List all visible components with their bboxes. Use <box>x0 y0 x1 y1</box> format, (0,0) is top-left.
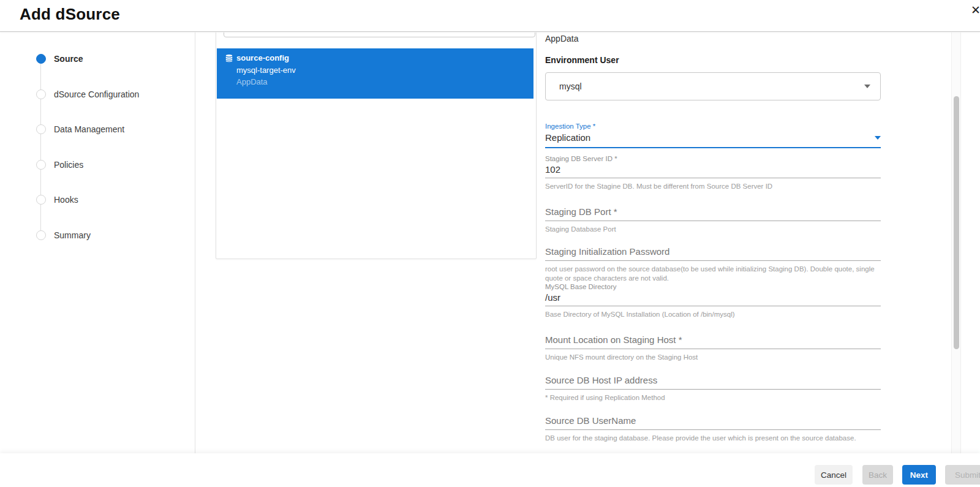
mount-location-input[interactable]: Mount Location on Staging Host * <box>545 334 881 349</box>
source-db-username-helper: DB user for the staging database. Please… <box>545 434 881 443</box>
staging-initialization-password-input[interactable]: Staging Initialization Password <box>545 246 881 261</box>
submit-button[interactable]: Submit <box>945 465 980 485</box>
ingestion-type-select[interactable]: Replication <box>545 132 881 148</box>
back-button[interactable]: Back <box>862 465 893 485</box>
step-dot-icon <box>36 124 46 134</box>
step-dot-active-icon <box>36 54 46 64</box>
source-db-username-field: Source DB UserName DB user for the stagi… <box>545 415 881 443</box>
mount-location-helper: Unique NFS mount directory on the Stagin… <box>545 353 881 362</box>
source-type-value: AppData <box>545 34 881 43</box>
environment-user-value: mysql <box>559 81 864 91</box>
staging-db-port-field: Staging DB Port * Staging Database Port <box>545 206 881 234</box>
chevron-down-icon <box>864 85 870 88</box>
mysql-base-directory-input[interactable]: /usr <box>545 292 881 306</box>
close-icon[interactable]: ✕ <box>971 3 980 17</box>
environment-user-select[interactable]: mysql <box>545 72 881 100</box>
step-label: Policies <box>54 160 83 170</box>
step-dot-icon <box>36 160 46 170</box>
source-config-name: source-config <box>236 53 289 62</box>
staging-db-port-helper: Staging Database Port <box>545 225 881 234</box>
source-config-list-item-selected[interactable]: source-config mysql-target-env AppData <box>217 48 533 99</box>
mysql-base-directory-helper: Base Directory of MySQL Installation (Lo… <box>545 310 881 319</box>
step-label: Hooks <box>54 195 78 205</box>
staging-db-port-input[interactable]: Staging DB Port * <box>545 206 881 221</box>
ingestion-type-label: Ingestion Type * <box>545 123 881 130</box>
source-db-host-ip-field: Source DB Host IP address * Required if … <box>545 375 881 402</box>
source-db-username-input[interactable]: Source DB UserName <box>545 415 881 430</box>
database-icon <box>225 54 233 62</box>
stepper-divider <box>195 32 195 453</box>
source-config-environment: mysql-target-env <box>236 66 296 75</box>
step-label: Source <box>54 54 83 64</box>
vertical-scrollbar-thumb[interactable] <box>954 96 959 349</box>
mount-location-field: Mount Location on Staging Host * Unique … <box>545 334 881 362</box>
step-label: Data Management <box>54 124 124 135</box>
mysql-base-directory-field: MySQL Base Directory /usr Base Directory… <box>545 283 881 319</box>
chevron-down-icon <box>875 136 881 140</box>
dialog-title: Add dSource <box>20 5 120 24</box>
staging-db-server-id-field: Staging DB Server ID * 102 ServerID for … <box>545 155 881 191</box>
environment-user-label: Environment User <box>545 55 881 65</box>
vertical-scrollbar-track[interactable] <box>951 32 961 453</box>
staging-initialization-password-field: Staging Initialization Password root use… <box>545 246 881 283</box>
staging-db-server-id-helper: ServerID for the Stagine DB. Must be dif… <box>545 182 881 191</box>
cancel-button[interactable]: Cancel <box>815 465 853 485</box>
source-config-type: AppData <box>236 77 268 86</box>
dialog-footer: Cancel Back Next Submit <box>0 453 980 487</box>
source-config-list-panel: source-config mysql-target-env AppData <box>216 32 537 259</box>
step-dot-icon <box>36 195 46 205</box>
filter-items-input[interactable] <box>224 32 535 37</box>
source-db-host-ip-input[interactable]: Source DB Host IP address <box>545 375 881 390</box>
step-label: Summary <box>54 230 91 241</box>
staging-db-server-id-label: Staging DB Server ID * <box>545 155 881 162</box>
dialog-header: Add dSource ✕ <box>0 0 980 32</box>
add-dsource-dialog: Add dSource ✕ Source dSource Configurati… <box>0 0 980 487</box>
step-label: dSource Configuration <box>54 89 139 100</box>
ingestion-type-field: Ingestion Type * Replication <box>545 123 881 148</box>
next-button[interactable]: Next <box>902 465 936 485</box>
dialog-body: Source dSource Configuration Data Manage… <box>0 32 980 453</box>
mysql-base-directory-label: MySQL Base Directory <box>545 283 881 290</box>
staging-initialization-password-helper: root user password on the source databas… <box>545 265 881 283</box>
source-db-host-ip-helper: * Required if using Replication Method <box>545 393 881 402</box>
stepper-connector-line <box>40 59 41 235</box>
step-dot-icon <box>36 230 46 240</box>
staging-db-server-id-input[interactable]: 102 <box>545 164 881 178</box>
ingestion-type-value: Replication <box>545 132 590 143</box>
step-dot-icon <box>36 89 46 99</box>
